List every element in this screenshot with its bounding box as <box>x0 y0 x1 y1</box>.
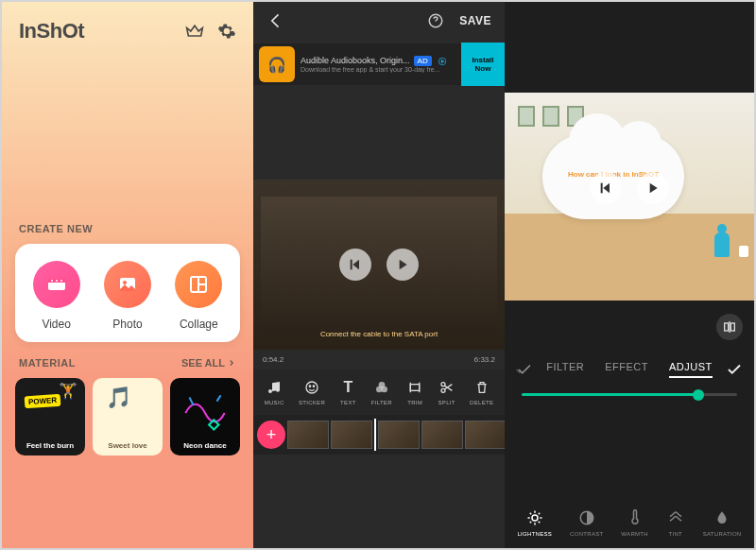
tool-text[interactable]: TTEXT <box>339 379 356 405</box>
editor-panel: SAVE 🎧 Audible Audiobooks, Origin...AD D… <box>253 2 505 548</box>
ad-subtitle: Download the free app & start your 30-da… <box>301 66 461 73</box>
tab-group: FILTER EFFECT ADJUST <box>535 361 724 378</box>
create-video-label: Video <box>42 318 70 331</box>
material-card-feel-the-burn[interactable]: 🏋 POWER Feel the burn <box>15 378 85 455</box>
tab-filter[interactable]: FILTER <box>546 361 584 378</box>
material-row: 🏋 POWER Feel the burn 🎵 Sweet love Neon … <box>2 369 253 455</box>
timeline-clip[interactable] <box>287 421 329 449</box>
video-preview[interactable]: Connect the cable to the SATA port <box>253 180 505 350</box>
video-icon <box>33 261 80 308</box>
tool-trim[interactable]: TRIM <box>406 379 423 405</box>
svg-point-17 <box>309 386 310 387</box>
gear-icon[interactable] <box>217 22 236 41</box>
tool-music[interactable]: MUSIC <box>265 379 284 405</box>
dumbbell-icon: 🏋 <box>59 382 77 400</box>
confirm-icon[interactable] <box>724 359 745 380</box>
svg-point-2 <box>51 280 53 282</box>
svg-marker-12 <box>441 60 444 62</box>
create-new-card: Video Photo Collage <box>15 244 240 342</box>
add-clip-button[interactable]: + <box>257 421 285 449</box>
adjust-tint[interactable]: TINT <box>666 508 685 537</box>
cup-decoration <box>739 246 748 257</box>
back-icon[interactable] <box>266 11 285 30</box>
tool-sticker[interactable]: STICKER <box>299 379 325 405</box>
svg-line-42 <box>530 522 532 524</box>
svg-rect-30 <box>601 183 603 194</box>
timeline-clip[interactable] <box>421 421 463 449</box>
time-current: 0:54.2 <box>263 355 284 364</box>
svg-point-6 <box>123 281 127 284</box>
tab-adjust[interactable]: ADJUST <box>669 361 713 378</box>
tab-effect[interactable]: EFFECT <box>605 361 648 378</box>
cancel-icon[interactable] <box>514 359 535 380</box>
svg-line-43 <box>539 513 541 515</box>
flip-compare-button[interactable] <box>716 314 743 340</box>
help-icon[interactable] <box>427 12 444 29</box>
svg-line-41 <box>539 522 541 524</box>
ad-banner[interactable]: 🎧 Audible Audiobooks, Origin...AD Downlo… <box>253 43 505 85</box>
crown-icon[interactable] <box>185 22 204 41</box>
svg-line-40 <box>530 513 532 515</box>
play-button[interactable] <box>387 249 419 281</box>
svg-marker-15 <box>400 260 407 270</box>
material-heading: MATERIAL <box>19 357 76 369</box>
tool-filter[interactable]: FILTER <box>371 379 392 405</box>
figurine-decoration <box>714 232 730 257</box>
timeline-clip[interactable] <box>378 421 420 449</box>
svg-point-18 <box>313 386 314 387</box>
adjust-options: LIGHTNESS CONTRAST WARMTH TINT SATURATIO… <box>505 508 754 537</box>
play-button[interactable] <box>637 172 669 204</box>
preview-caption: Connect the cable to the SATA port <box>253 330 505 338</box>
create-collage-button[interactable]: Collage <box>175 261 222 331</box>
ad-install-button[interactable]: Install Now <box>461 43 505 86</box>
home-panel: InShOt CREATE NEW Video <box>2 2 253 548</box>
music-note-icon: 🎵 <box>106 386 131 410</box>
svg-rect-32 <box>725 323 729 331</box>
svg-marker-29 <box>603 183 610 194</box>
save-button[interactable]: SAVE <box>459 14 491 27</box>
time-total: 6:33.2 <box>474 355 495 364</box>
svg-rect-22 <box>411 385 420 391</box>
timeline-clip[interactable] <box>465 421 507 449</box>
ad-title: Audible Audiobooks, Origin...AD <box>301 56 461 66</box>
adjust-warmth[interactable]: WARMTH <box>621 508 648 537</box>
photo-icon <box>104 261 151 308</box>
create-video-button[interactable]: Video <box>33 261 80 331</box>
adjust-saturation[interactable]: SATURATION <box>703 508 742 537</box>
previous-button[interactable] <box>590 172 622 204</box>
svg-rect-33 <box>730 323 734 331</box>
material-card-sweet-love[interactable]: 🎵 Sweet love <box>93 378 163 455</box>
timeline-clip[interactable] <box>331 421 372 449</box>
adjust-panel: How can I look in InShOT <box>505 2 754 548</box>
svg-point-3 <box>56 280 58 282</box>
svg-marker-31 <box>650 183 658 194</box>
timeline[interactable]: + <box>253 415 505 455</box>
tool-split[interactable]: SPLIT <box>438 379 455 405</box>
svg-point-35 <box>532 515 538 521</box>
editor-toolbar: MUSIC STICKER TTEXT FILTER TRIM SPLIT DE… <box>253 370 505 415</box>
neon-icon <box>176 384 234 442</box>
svg-point-21 <box>381 387 387 393</box>
material-card-neon-dance[interactable]: Neon dance <box>170 378 240 455</box>
previous-button[interactable] <box>339 249 371 281</box>
svg-point-16 <box>306 382 318 393</box>
svg-point-4 <box>60 280 62 282</box>
adjust-slider[interactable] <box>522 393 737 396</box>
collage-icon <box>175 261 222 308</box>
adjust-contrast[interactable]: CONTRAST <box>570 508 603 537</box>
power-badge: POWER <box>25 394 61 409</box>
create-photo-label: Photo <box>112 318 142 331</box>
tool-delete[interactable]: DELETE <box>470 379 493 405</box>
adjust-preview[interactable]: How can I look in InShOT <box>505 93 754 301</box>
create-collage-label: Collage <box>180 318 218 331</box>
material-label: Feel the burn <box>21 441 79 450</box>
adjust-lightness[interactable]: LIGHTNESS <box>517 508 552 537</box>
see-all-button[interactable]: SEE ALL <box>181 357 236 369</box>
playhead[interactable] <box>374 419 376 451</box>
svg-marker-13 <box>352 260 359 270</box>
create-photo-button[interactable]: Photo <box>104 261 151 331</box>
svg-rect-14 <box>351 260 352 270</box>
app-logo: InShOt <box>19 19 84 43</box>
audible-icon: 🎧 <box>259 46 295 82</box>
material-label: Sweet love <box>98 441 157 450</box>
